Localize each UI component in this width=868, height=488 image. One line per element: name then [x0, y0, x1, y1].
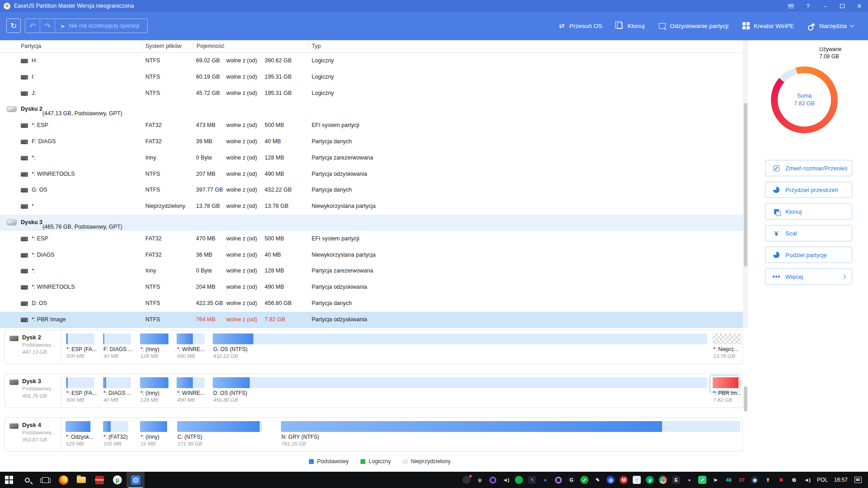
taskbar-app-task-view[interactable]: [36, 472, 54, 488]
disk-map-partition[interactable]: *: WINRE...490 MB: [177, 377, 205, 388]
pending-operations-button[interactable]: ▶ Nie ma oczekującej operacji: [55, 23, 147, 29]
table-row[interactable]: *Nieprzydzielony13.78 GBwolne z (od)13.7…: [0, 198, 743, 215]
tray-icon-discord[interactable]: [460, 472, 473, 488]
disk-map-partition[interactable]: C: (NTFS)171.99 GB: [177, 421, 262, 432]
table-row-disk[interactable]: Dysku 3 (465.76 GB, Podstawowy, GPT): [0, 215, 743, 231]
disk-map-label[interactable]: Dysk 3Podstawowy..465.76 GB: [5, 374, 61, 408]
merge-button[interactable]: ¥Scal: [765, 225, 852, 241]
table-row[interactable]: D: OSNTFS422.35 GBwolne z (od)456.80 GBP…: [0, 296, 743, 312]
tray-icon-updater-arrow[interactable]: ↑: [630, 472, 644, 488]
toolbar-action-partition-recovery[interactable]: Odzyskiwanie partycji: [658, 22, 728, 30]
taskbar-app-utorrent[interactable]: µ: [108, 472, 126, 488]
clock[interactable]: 16:57: [831, 477, 851, 483]
toolbar-action-clone[interactable]: Klonuj: [616, 22, 645, 30]
taskbar-app-voicemeeter[interactable]: VOICE: [90, 472, 108, 488]
disk-map-partition[interactable]: *: ESP (FA...500 MB: [66, 333, 94, 344]
redo-button[interactable]: ↷: [40, 19, 55, 33]
split-partition-button[interactable]: Podziel partycję: [765, 247, 852, 263]
tray-icon-mail-alert[interactable]: M: [617, 472, 630, 488]
tray-icon-epic-games[interactable]: E: [670, 472, 683, 488]
help-button[interactable]: ?: [799, 0, 817, 12]
tray-icon-usb-device[interactable]: ⇪: [761, 472, 775, 488]
disk-map-partition[interactable]: D: OS (NTFS)456.80 GB: [213, 377, 707, 388]
taskbar-app-firefox[interactable]: [54, 472, 72, 488]
toolbar-action-tools[interactable]: Narzędzia: [807, 22, 854, 30]
tray-icon-logitech-ring[interactable]: [552, 472, 565, 488]
disk-map-partition[interactable]: *: WINRE...490 MB: [177, 333, 205, 344]
disk-map-partition[interactable]: *: DIAGS ...40 MB: [103, 377, 131, 388]
disk-map-partition[interactable]: G: OS (NTFS)432.22 GB: [213, 333, 707, 344]
disk-map-label[interactable]: Dysk 4Podstawowy..953.87 GB: [5, 418, 61, 451]
diskmap-scrollbar-thumb[interactable]: [744, 386, 747, 412]
tray-icon-speaker[interactable]: ◄): [801, 472, 814, 488]
tray-icon-microphone[interactable]: ⬩: [683, 472, 696, 488]
table-scrollbar-thumb[interactable]: [744, 103, 747, 267]
table-row[interactable]: G: OSNTFS397.77 GBwolne z (od)432.22 GBP…: [0, 182, 743, 198]
table-row[interactable]: J:NTFS45.72 GBwolne z (od)195.31 GBLogic…: [0, 85, 743, 102]
table-row[interactable]: H:NTFS69.02 GBwolne z (od)390.62 GBLogic…: [0, 53, 743, 69]
toolbar-action-move-os[interactable]: ⇄Przesuń OS: [558, 22, 602, 30]
table-row[interactable]: *: ESPFAT32473 MBwolne z (od)500 MBEFI s…: [0, 117, 743, 134]
table-row[interactable]: *: WINRETOOLSNTFS204 MBwolne z (od)490 M…: [0, 279, 743, 296]
table-row[interactable]: *: ESPFAT32470 MBwolne z (od)500 MBEFI s…: [0, 231, 743, 247]
table-row[interactable]: *:Inny0 Bytewolne z (od)128 MBPartycja z…: [0, 150, 743, 166]
disk-map-partition[interactable]: *: ESP (FA...500 MB: [66, 377, 94, 388]
table-row[interactable]: *: WINRETOOLSNTFS207 MBwolne z (od)490 M…: [0, 166, 743, 183]
tray-icon-utorrent-tray[interactable]: µ: [644, 472, 657, 488]
table-row[interactable]: *:Inny0 Bytewolne z (od)128 MBPartycja z…: [0, 263, 743, 279]
disk-map-partition[interactable]: *: (Inny)16 MB: [140, 421, 167, 432]
table-row[interactable]: I:NTFS60.19 GBwolne z (od)195.31 GBLogic…: [0, 69, 743, 85]
more-button[interactable]: Więcej: [765, 268, 852, 285]
tray-icon-logitech-g[interactable]: G: [565, 472, 578, 488]
taskbar-app-search[interactable]: [18, 472, 36, 488]
language-indicator[interactable]: POL: [814, 477, 831, 483]
undo-button[interactable]: ↶: [25, 19, 40, 33]
close-button[interactable]: ✕: [851, 0, 868, 12]
table-row-disk[interactable]: Dysku 2 (447.13 GB, Podstawowy, GPT): [0, 101, 743, 117]
partition-bar: [103, 377, 131, 388]
table-scrollbar[interactable]: [743, 40, 748, 328]
disk-map-partition[interactable]: *: (FAT32)100 MB: [103, 421, 128, 432]
table-row[interactable]: *: PBR ImageNTFS764 MBwolne z (od)7.82 G…: [0, 312, 743, 328]
tray-icon-antenna[interactable]: ψ: [473, 472, 486, 488]
partition-size: 500 MB: [66, 353, 84, 359]
disk-map-partition[interactable]: *: (Inny)128 MB: [140, 377, 168, 388]
toolbar-action-winpe-creator[interactable]: Kreator WinPE: [742, 22, 794, 30]
tray-icon-adguard[interactable]: [513, 472, 526, 488]
allocate-space-button[interactable]: Przydziel przestrzeń: [765, 182, 852, 198]
refresh-button[interactable]: ↻: [6, 19, 21, 33]
tray-icon-lightning[interactable]: ϟ: [526, 472, 539, 488]
tray-icon-sensor-48[interactable]: 48: [722, 472, 735, 488]
minimize-button[interactable]: –: [817, 0, 834, 12]
menu-button[interactable]: [782, 0, 799, 12]
tray-icon-network-monitor[interactable]: ⧉: [788, 472, 801, 488]
tray-icon-cursor[interactable]: ➤: [709, 472, 722, 488]
tray-icon-steam[interactable]: ◉: [748, 472, 761, 488]
tray-icon-defender-shield[interactable]: ✓: [696, 472, 709, 488]
taskbar-app-easeus-partition-master[interactable]: [126, 472, 145, 488]
disk-map-partition[interactable]: *: Odzysk...529 MB: [65, 421, 92, 432]
taskbar-app-start[interactable]: [0, 472, 18, 488]
disk-map-partition[interactable]: N: GRY (NTFS)781.25 GB: [281, 421, 740, 432]
tray-icon-shield-check[interactable]: ✓: [578, 472, 591, 488]
tray-icon-obs-ring[interactable]: [486, 472, 499, 488]
taskbar-app-file-explorer[interactable]: [72, 472, 90, 488]
disk-map-partition[interactable]: *: Nieprz...13.78 GB: [713, 333, 741, 344]
tray-icon-pen-tablet[interactable]: ✎: [591, 472, 604, 488]
tray-icon-sensor-37[interactable]: 37: [735, 472, 748, 488]
tray-icon-atom[interactable]: ◎: [604, 472, 617, 488]
clone-button[interactable]: Klonuj: [765, 203, 852, 220]
disk-map-label[interactable]: Dysk 2Podstawowy..447.13 GB: [5, 330, 61, 364]
resize-move-button[interactable]: Zmień rozmiar/Przenieś: [765, 160, 852, 176]
table-row[interactable]: *: DIAGSFAT3236 MBwolne z (od)40 MBNiewy…: [0, 247, 743, 263]
maximize-button[interactable]: [834, 0, 851, 12]
tray-icon-volume-mixer[interactable]: ◄): [499, 472, 513, 488]
tray-icon-chrome[interactable]: [657, 472, 670, 488]
action-center-icon[interactable]: [854, 477, 862, 483]
table-row[interactable]: F: DIAGSFAT3239 MBwolne z (od)40 MBParty…: [0, 134, 743, 150]
disk-map-partition[interactable]: *: PBR Im...7.82 GB: [710, 375, 739, 392]
tray-icon-water-drop[interactable]: ●: [539, 472, 552, 488]
disk-map-partition[interactable]: *: (Inny)128 MB: [140, 333, 168, 344]
disk-map-partition[interactable]: F: DIAGS ...40 MB: [103, 333, 131, 344]
tray-icon-bug-red[interactable]: ✱: [775, 472, 788, 488]
